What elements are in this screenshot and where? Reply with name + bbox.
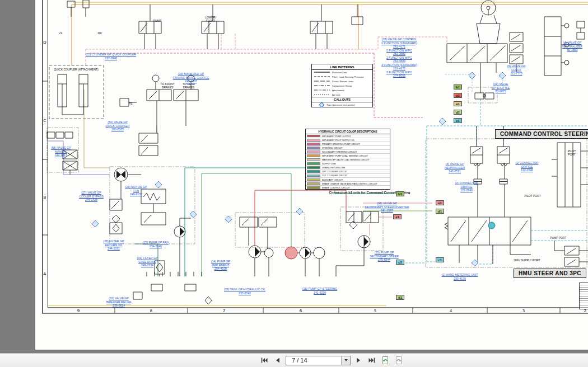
callout-link[interactable]: (55) CYLINDER GP QUICK COUPLER 237-0948 (86, 53, 136, 60)
callout-link[interactable]: (56) VALVE GP MANUAL 112-1817 (51, 146, 71, 157)
long-dash-line-sample (314, 80, 330, 82)
callout-link[interactable]: (26) MOTOR GP FAN 246-6152 (125, 185, 147, 196)
secondary-steer-pump-symbol (285, 247, 297, 259)
callout-link[interactable]: (35) PUMP GP SECONDARY STEER 275-8544 (370, 251, 398, 262)
component-label: LOWER/ FLOAT (205, 16, 216, 22)
svg-text:D: D (43, 40, 46, 45)
previous-view-button[interactable] (380, 355, 391, 365)
component-label: DR (97, 31, 101, 35)
callout-link[interactable]: (34) VALVE GP SECONDARY STEER DIVERTER 1… (365, 201, 409, 213)
connection-tag: b1 (396, 191, 404, 196)
color-swatch (307, 182, 320, 185)
callout-link[interactable]: (1) HAND METERING UNIT 230-4176 (442, 273, 478, 280)
viewer-toolbar: 7 / 14 (0, 353, 588, 367)
page-number-combo[interactable]: 7 / 14 (286, 356, 351, 365)
connection-tag: c1 (436, 257, 444, 262)
legend-row: DRAIN / RETURN LINE (306, 166, 390, 170)
svg-text:A: A (44, 272, 46, 276)
pdf-viewer: D C B A 9 8 7 6 5 4 3 2 (0, 0, 588, 367)
svg-text:3: 3 (522, 309, 525, 313)
callout-link[interactable]: (28) FILTER GP RETURN OIL 244-1031 (103, 239, 124, 251)
callout-link[interactable]: (14) PUMP GP IMPLEMENT 254-4108 (211, 260, 231, 271)
dashed-line-sample (314, 76, 330, 78)
callout-link[interactable]: (25) PUMP GP FAN 254-5146 (143, 241, 169, 248)
title-block (579, 283, 588, 309)
component-label: PUMP PORT (550, 236, 567, 239)
component-label: PUMP (153, 19, 161, 22)
legend-row: BRAKE CONTROL CIRCUIT (306, 186, 390, 189)
line-patterns-title: LINE PATTERNS (312, 64, 372, 70)
legend-row: Pressure Line (312, 70, 372, 74)
callout-link[interactable]: (27) VALVE GP COOLER BYPASS 244-1426 (79, 191, 104, 202)
color-swatch (307, 186, 320, 189)
last-page-button[interactable] (366, 355, 377, 365)
dash-dot-dot-line-sample (314, 89, 330, 91)
color-swatch (307, 158, 320, 161)
previous-page-button[interactable] (272, 355, 283, 365)
first-page-icon (260, 357, 268, 364)
page-navigation: 7 / 14 (259, 355, 404, 366)
last-page-icon (368, 357, 376, 364)
callout-link[interactable]: (31) FILTER GP CASE DRAIN 249-2334 (137, 256, 157, 267)
callout-link[interactable]: (4) VALVE GP NEUTRALIZER 146-7571 (445, 162, 465, 173)
legend-row: SECONDARY STEERING CIRCUIT (306, 150, 390, 154)
legend-row: BRAKE CHARGE VALVE AND FAN CONTROL CIRCU… (306, 182, 390, 186)
callout-link[interactable]: (33) TANK GP HYDRAULIC OIL 237-2742 (224, 288, 265, 295)
callout-link[interactable]: (32) VALVE GP BREAKER RELIEF 239-0814 (106, 297, 131, 308)
component-label: PS (129, 102, 133, 105)
callout-link[interactable]: (54) VALVE GP QUICK COUPLER 180-8585 (106, 120, 130, 131)
color-swatch (307, 135, 320, 138)
callout-link[interactable]: (2) CONNECTOR ORIFICE 122-2340 (515, 161, 538, 172)
implement-pump-output-line (255, 190, 346, 246)
legend-row: STEERING CIRCUIT (306, 146, 390, 150)
next-view-button[interactable] (393, 355, 404, 365)
svg-text:7: 7 (223, 309, 225, 313)
callouts-title: CALLOUTS (312, 97, 372, 102)
hmu-orifice-dot (488, 222, 495, 229)
connection-tag: c1 (454, 118, 462, 123)
dotted-line-sample (314, 93, 330, 96)
svg-text:C: C (44, 119, 46, 123)
connection-tag: e1 (454, 101, 462, 106)
callout-link[interactable]: (15) PUMP GP STEERING 241-9299 (302, 287, 337, 294)
legend-row: PRIMARY STEERING PUMP CIRCUIT (306, 142, 390, 146)
component-label: TO FRONT BRAKES (160, 82, 174, 89)
legend-row: Taps (pressure test points) (312, 102, 372, 107)
connection-tag: a1 (454, 93, 462, 98)
callout-link[interactable]: (38) VALVE GP CONTROL 2 FUNCTION (STANDA… (381, 37, 417, 78)
color-swatch (307, 178, 320, 181)
legend-row: Attachment (312, 88, 372, 92)
page-dropdown-button[interactable] (341, 356, 350, 365)
color-swatch (307, 143, 320, 145)
legend-row: IMPLEMENT PUMP LOAD SENSING CIRCUIT (306, 154, 390, 158)
callout-link[interactable]: (4) VALVE GP NEUTRALIZER 8J-1553 (562, 41, 582, 52)
callout-link[interactable]: (9) VALVE GP CHECK 111-7775 (507, 64, 526, 76)
component-label: QUICK COUPLER (ATTACHMENT) (54, 68, 99, 71)
first-page-button[interactable] (259, 355, 270, 365)
connection-tag: d1 (436, 209, 444, 214)
connection-tag: d1 (454, 110, 462, 115)
section-title-command-control-steering: COMMAND CONTROL STEERING (495, 129, 588, 139)
callout-link[interactable]: (30) MANIFOLD GP FAN AND BRAKE CHARGE 24… (173, 72, 209, 83)
component-label: HMU SUPPLY PORT (514, 258, 540, 262)
page-number-value[interactable]: 7 / 14 (286, 357, 341, 364)
next-page-button[interactable] (353, 355, 364, 365)
connection-tag: b1 (454, 84, 462, 90)
component-label: TO REAR BRAKES (183, 82, 195, 89)
color-swatch (307, 162, 320, 165)
legend-row: AUXILIARY CIRCUIT (306, 178, 390, 182)
svg-text:2: 2 (584, 309, 586, 313)
connection-tag: e1 (393, 214, 402, 219)
legend-row: IMPLEMENT PILOT SUPPLY OIL (306, 138, 390, 142)
connection-tag: d1 (396, 295, 404, 300)
legend-row: LIFT CYLINDER CIRCUIT (306, 170, 390, 174)
svg-text:5: 5 (374, 309, 376, 313)
callout-link[interactable]: (2) CONNECTOR ORIFICE 122-2340 (455, 181, 478, 192)
callout-link[interactable]: (11) VALVE GP SHUTTLE 8J-6875 (492, 82, 510, 93)
legend-row: IMPLEMENT PUMP OUTPUT (306, 134, 390, 138)
previous-view-icon (381, 356, 389, 365)
dash-dot-line-sample (314, 84, 330, 87)
chevron-down-icon (344, 359, 348, 361)
legend-row: Air Line (312, 92, 372, 97)
svg-text:8: 8 (150, 309, 152, 313)
